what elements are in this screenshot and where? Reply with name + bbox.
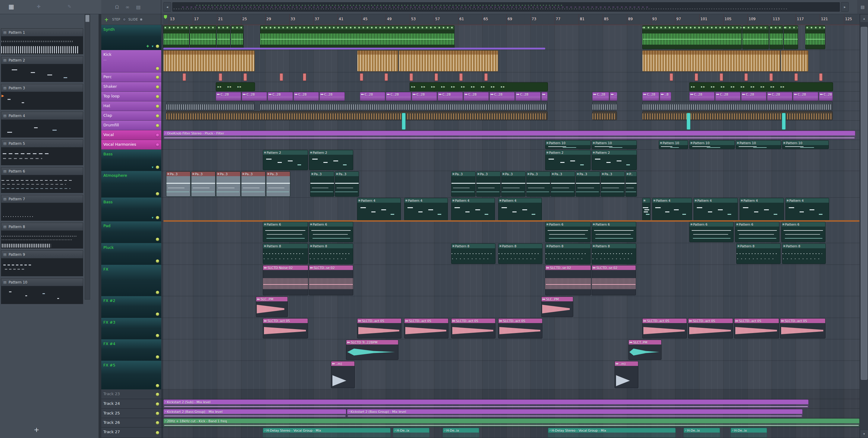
clip-c-28[interactable]: ▶▶C..28 xyxy=(819,92,833,101)
track-dropdown-icon[interactable]: ▾ xyxy=(152,45,153,48)
clip-clap[interactable] xyxy=(642,111,833,120)
mute-led[interactable] xyxy=(156,393,159,396)
clip-hat[interactable] xyxy=(260,101,548,110)
track-header-fx-4-19[interactable]: FX #4 xyxy=(101,339,161,361)
clip-pa-3[interactable]: ▤Pa..3 xyxy=(216,171,241,197)
playlist-grid[interactable]: ▶▶ ▶▶ ▶▶ ▶▶ ▶▶ ▶▶ ▶▶ ▶▶ ▶▶ ▶▶ ▶▶ ▶▶ ▶▶ ▶… xyxy=(161,0,860,438)
mute-led[interactable] xyxy=(156,134,159,137)
track-header-fx-2-17[interactable]: FX #2 xyxy=(101,296,161,318)
clip-pa-3[interactable]: ▤Pa..3 xyxy=(451,171,475,197)
mute-led[interactable] xyxy=(156,45,159,48)
clip-fill[interactable] xyxy=(782,113,786,130)
clip-pattern-4[interactable]: ▤Pattern 4 xyxy=(404,198,448,221)
clip-pattern-6[interactable]: ▤Pattern 6 xyxy=(592,222,636,242)
clip-kickstart-2-bass-group-mix-level[interactable]: ↗Kickstart 2 (Bass Group) - Mix level xyxy=(163,409,346,417)
clip-pattern-10[interactable]: ▤Pattern 10 xyxy=(592,140,637,149)
clip-pattern-6[interactable]: ▤Pattern 6 xyxy=(689,222,734,242)
clip-pattern-6[interactable]: ▤Pattern 6 xyxy=(545,222,591,242)
clip-pattern-6[interactable]: ▤Pattern 6 xyxy=(781,222,826,242)
clip-perc[interactable] xyxy=(695,73,698,81)
clip-perc[interactable] xyxy=(484,73,488,81)
grid-track-lane[interactable] xyxy=(161,389,860,399)
clip-slctd-act-05[interactable]: ▶▶SLCTD..act 05 xyxy=(357,318,401,339)
clip-c-28[interactable]: ▶▶C..28 xyxy=(490,92,515,101)
clip-pattern-8[interactable]: ▤Pattern 8 xyxy=(782,243,826,264)
clip-pa-3[interactable]: ▤Pa..3 xyxy=(266,171,290,197)
mute-led[interactable] xyxy=(156,334,159,337)
pattern-item-pattern-4[interactable]: ▤Pattern 4 xyxy=(1,112,83,138)
mute-led[interactable] xyxy=(156,166,159,169)
clip-pattern-4[interactable]: ▤Pattern 4 xyxy=(740,198,784,221)
clip-pa-3[interactable]: ▤Pa..3 xyxy=(576,171,600,197)
clip-perc[interactable] xyxy=(670,73,673,81)
clip-slc-pm[interactable]: ▶▶SLC..PM xyxy=(256,296,288,317)
clip-c-28[interactable]: ▶▶C..28 xyxy=(741,92,767,101)
clip-pattern-10[interactable]: ▤Pattern 10 xyxy=(782,140,829,149)
clip-c-28[interactable]: ▶▶C..28 xyxy=(516,92,541,101)
scroll-down-button[interactable]: ▾ xyxy=(860,430,868,438)
clip-pattern-4[interactable]: ▤Pattern 4 xyxy=(357,198,401,221)
clip-wave[interactable] xyxy=(163,25,189,49)
mute-led[interactable] xyxy=(156,76,159,79)
clip-perc[interactable] xyxy=(435,73,438,81)
pattern-item-pattern-3[interactable]: ▤Pattern 3▶ xyxy=(1,84,83,110)
track-dropdown-icon[interactable]: ▾ xyxy=(152,165,153,169)
mute-led[interactable] xyxy=(156,114,159,118)
clip-pattern-2[interactable]: ▤Pattern 2 xyxy=(263,150,308,170)
mute-led[interactable] xyxy=(156,431,159,434)
pattern-item-pattern-1[interactable]: ▤Pattern 1 xyxy=(1,28,83,54)
clip-slctd-se-02[interactable]: ▶▶SLCTD..se 02 xyxy=(592,265,636,295)
clip-wave[interactable] xyxy=(217,25,230,49)
clip-pa-3[interactable]: ▤Pa..3 xyxy=(551,171,575,197)
track-header-fx-16[interactable]: FX xyxy=(101,265,161,296)
pattern-item-pattern-8[interactable]: ▤Pattern 8 xyxy=(1,223,83,249)
clip-pat[interactable]: ▤ xyxy=(642,198,650,221)
clip-perc[interactable] xyxy=(303,73,306,81)
track-header-track-25-23[interactable]: Track 25 xyxy=(101,409,161,418)
scroll-up-button[interactable]: ▴ xyxy=(860,14,868,23)
clip-pattern-2[interactable]: ▤Pattern 2 xyxy=(309,150,353,170)
clip-c-28[interactable]: ▶▶C..28 xyxy=(293,92,319,101)
clip-hat[interactable] xyxy=(166,101,254,110)
clip-perc[interactable] xyxy=(280,73,283,81)
clip-wave[interactable] xyxy=(742,25,769,49)
clip-pa-3[interactable]: ▤Pa..3 xyxy=(241,171,266,197)
clip-pattern-6[interactable]: ▤Pattern 6 xyxy=(263,222,308,242)
clip-pa-3[interactable]: ▤Pa..3 xyxy=(476,171,501,197)
clip-pattern-10[interactable]: ▤Pattern 10 xyxy=(545,140,591,149)
track-header-track-26-24[interactable]: Track 26 xyxy=(101,418,161,428)
clip-c-28[interactable]: ▶▶C..28 xyxy=(767,92,792,101)
clip-pa-3[interactable]: ▤Pa..3 xyxy=(191,171,216,197)
pattern-item-pattern-7[interactable]: ▤Pattern 7 xyxy=(1,195,83,221)
clip-c-28[interactable]: ▶▶C..28 xyxy=(592,92,609,101)
clip-8[interactable]: ▶▶..8 xyxy=(610,92,617,101)
clip-perc[interactable] xyxy=(410,73,413,81)
mute-led[interactable] xyxy=(156,216,159,219)
vertical-scrollbar[interactable]: ▴ ▾ xyxy=(860,14,868,438)
clip-pattern-4[interactable]: ▤Pattern 4 xyxy=(652,198,692,221)
clip-m[interactable]: ▶▶..m) xyxy=(331,361,355,388)
clip-slctd-se-02[interactable]: ▶▶SLCTD..se 02 xyxy=(309,265,353,295)
clip-pattern-4[interactable]: ▤Pattern 4 xyxy=(451,198,495,221)
clip-perc[interactable] xyxy=(744,73,748,81)
clip-pattern-6[interactable]: ▤Pattern 6 xyxy=(735,222,779,242)
clip-pattern-8[interactable]: ▤Pattern 8 xyxy=(545,243,591,264)
clip-c-28[interactable]: ▶▶C..28 xyxy=(242,92,267,101)
track-header-top-loop-5[interactable]: Top loop xyxy=(101,92,161,101)
track-header-track-24-22[interactable]: Track 24 xyxy=(101,399,161,409)
track-header-atmosphere-12[interactable]: Atmosphere xyxy=(101,171,161,198)
track-header-bass-13[interactable]: Bass▾ xyxy=(101,198,161,222)
clip-pattern-10[interactable]: ▤Pattern 10 xyxy=(659,140,688,149)
clip-h-de-ix[interactable]: ↗H-De..ix xyxy=(684,428,720,437)
clip-8[interactable]: ▶▶..8 xyxy=(660,92,671,101)
clip-fill[interactable] xyxy=(687,113,690,130)
clip-h-delay-stereo-vocal-group-mix[interactable]: ↗H-Delay Stereo - Vocal Group - Mix xyxy=(548,428,676,437)
clip-kick[interactable] xyxy=(399,50,498,71)
track-header-hat-6[interactable]: Hat xyxy=(101,101,161,111)
clip-perc[interactable] xyxy=(770,73,773,81)
clip-kickstart-2-bass-group-mix-level[interactable]: ↗Kickstart 2 (Bass Group) - Mix level xyxy=(347,409,803,417)
track-header-bass-11[interactable]: Bass▾ xyxy=(101,150,161,171)
pattern-item-pattern-9[interactable]: ▤Pattern 9 xyxy=(1,251,83,276)
clip-perc[interactable] xyxy=(219,73,222,81)
clip-pattern-4[interactable]: ▤Pattern 4 xyxy=(693,198,738,221)
